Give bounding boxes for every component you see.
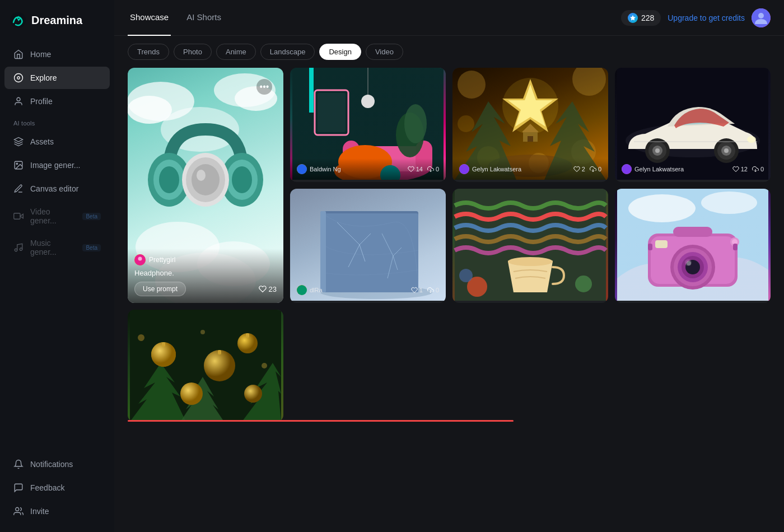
svg-rect-107 — [733, 244, 738, 250]
svg-rect-116 — [162, 342, 165, 347]
main-content: Showcase AI Shorts 228 Upgrade to get cr… — [114, 0, 784, 532]
sidebar-item-image-gen[interactable]: Image gener... — [4, 154, 110, 176]
canvas-icon — [13, 184, 24, 194]
card-knitting[interactable] — [452, 189, 608, 303]
video-beta-badge: Beta — [82, 213, 101, 220]
sidebar-item-home[interactable]: Home — [4, 43, 110, 66]
card-headphone-more[interactable]: ••• — [256, 79, 272, 95]
main-header: Showcase AI Shorts 228 Upgrade to get cr… — [114, 0, 784, 36]
card-star[interactable]: Gelyn Lakwatsera 2 0 — [452, 68, 608, 182]
sidebar-item-assets[interactable]: Assets — [4, 130, 110, 153]
sidebar-item-video-gen[interactable]: Video gener... Beta — [4, 201, 110, 231]
svg-rect-83 — [320, 211, 326, 292]
sidebar-item-music-gen[interactable]: Music gener... Beta — [4, 232, 110, 263]
svg-point-57 — [458, 115, 474, 132]
card-star-footer: Gelyn Lakwatsera 2 0 — [452, 158, 608, 180]
svg-point-14 — [758, 13, 764, 18]
sidebar-item-feedback[interactable]: Feedback — [4, 477, 110, 499]
svg-point-29 — [197, 170, 206, 181]
sidebar-item-assets-label: Assets — [30, 137, 54, 146]
filter-landscape[interactable]: Landscape — [260, 44, 315, 60]
content-grid-container: ••• Prettygirl Headphone. Use prompt — [114, 68, 784, 532]
svg-point-47 — [404, 104, 427, 143]
svg-rect-117 — [218, 350, 221, 354]
logo-container[interactable]: Dreamina — [0, 0, 114, 43]
svg-point-1 — [15, 74, 23, 82]
svg-point-65 — [459, 164, 469, 174]
svg-point-120 — [262, 363, 267, 368]
svg-point-72 — [655, 148, 660, 153]
svg-point-77 — [747, 136, 756, 143]
filter-video[interactable]: Video — [366, 44, 403, 60]
header-tabs: Showcase AI Shorts — [128, 0, 237, 36]
card-camera[interactable] — [615, 189, 771, 303]
card-headphone-footer: Prettygirl Headphone. Use prompt 23 — [128, 249, 283, 303]
svg-rect-102 — [673, 227, 712, 237]
sidebar-item-invite-label: Invite — [30, 507, 49, 516]
sidebar-item-profile[interactable]: Profile — [4, 90, 110, 113]
sidebar-item-explore[interactable]: Explore — [4, 67, 110, 89]
svg-point-9 — [15, 249, 17, 251]
svg-point-22 — [159, 166, 179, 193]
svg-rect-8 — [14, 213, 20, 220]
filter-trends[interactable]: Trends — [128, 44, 169, 60]
feedback-icon — [13, 483, 24, 493]
tab-showcase[interactable]: Showcase — [128, 0, 171, 36]
card-room[interactable]: Baldwin Ng 14 0 — [290, 68, 446, 182]
svg-point-11 — [16, 507, 19, 511]
card-car[interactable]: Gelyn Lakwatsera 12 0 — [615, 68, 771, 182]
main-nav: Home Explore Profile AI tools — [0, 43, 114, 523]
svg-rect-36 — [309, 68, 314, 113]
svg-point-6 — [16, 163, 17, 164]
filter-photo[interactable]: Photo — [174, 44, 212, 60]
user-avatar[interactable] — [752, 8, 771, 27]
filter-anime[interactable]: Anime — [216, 44, 256, 60]
svg-point-25 — [232, 166, 252, 193]
svg-rect-118 — [246, 333, 249, 338]
svg-point-87 — [508, 257, 553, 266]
image-icon — [13, 160, 24, 170]
person-icon — [13, 96, 24, 106]
credits-count: 228 — [641, 13, 654, 22]
svg-point-112 — [204, 350, 235, 381]
svg-rect-105 — [655, 240, 668, 248]
upgrade-button[interactable]: Upgrade to get credits — [668, 13, 745, 22]
sidebar-item-profile-label: Profile — [30, 97, 53, 106]
svg-point-53 — [572, 68, 606, 96]
svg-rect-106 — [648, 244, 652, 250]
svg-point-90 — [459, 269, 473, 282]
scroll-indicator — [128, 420, 514, 422]
layers-icon — [13, 137, 24, 147]
svg-point-108 — [685, 259, 692, 266]
svg-point-114 — [180, 382, 203, 405]
bottom-nav: Notifications Feedback — [0, 452, 114, 523]
svg-point-45 — [361, 95, 375, 108]
svg-marker-4 — [15, 138, 23, 142]
filter-design[interactable]: Design — [319, 44, 361, 60]
svg-rect-63 — [528, 136, 533, 142]
sidebar-item-invite[interactable]: Invite — [4, 500, 110, 522]
svg-marker-7 — [20, 214, 23, 218]
sidebar-item-notifications[interactable]: Notifications — [4, 453, 110, 475]
use-prompt-button[interactable]: Use prompt — [134, 282, 186, 296]
svg-point-119 — [138, 334, 144, 341]
svg-point-28 — [192, 164, 220, 195]
card-star-user: Gelyn Lakwatsera — [472, 166, 521, 172]
dreamina-logo-icon — [9, 11, 27, 29]
content-grid: ••• Prettygirl Headphone. Use prompt — [128, 68, 771, 422]
card-headphone-actions: Use prompt 23 — [134, 282, 277, 296]
invite-icon — [13, 506, 24, 516]
card-ornament[interactable] — [128, 310, 283, 422]
tab-ai-shorts[interactable]: AI Shorts — [184, 0, 223, 36]
credits-display: 228 — [621, 10, 661, 26]
video-icon — [13, 211, 24, 221]
svg-point-93 — [701, 192, 757, 214]
svg-rect-49 — [318, 93, 346, 132]
sidebar-item-home-label: Home — [30, 50, 51, 59]
card-notebook[interactable]: dlRa 1 0 — [290, 189, 446, 303]
card-headphone[interactable]: ••• Prettygirl Headphone. Use prompt — [128, 68, 283, 303]
sidebar-item-explore-label: Explore — [30, 73, 57, 82]
bell-icon — [13, 459, 24, 469]
sidebar-item-canvas-editor[interactable]: Canvas editor — [4, 178, 110, 200]
filter-bar: Trends Photo Anime Landscape Design Vide… — [114, 36, 784, 68]
